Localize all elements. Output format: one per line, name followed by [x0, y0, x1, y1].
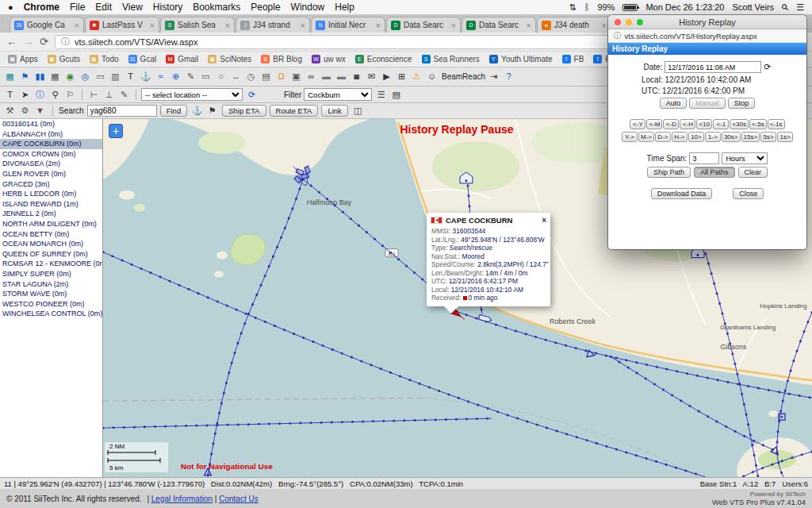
logout-icon[interactable]: ⇥ — [487, 70, 500, 83]
bookmark-item[interactable]: ▦Apps — [8, 55, 38, 64]
settings-icon[interactable]: ⚙ — [18, 104, 32, 117]
replay-fwd-d[interactable]: D-> — [655, 132, 671, 142]
pin-icon[interactable]: ⚲ — [48, 88, 62, 102]
location-select[interactable]: -- select location -- — [141, 88, 243, 101]
track-flag-icon[interactable]: ⚑ — [18, 70, 32, 83]
vessel-list-item[interactable]: RCMSAR 12 - KENMOORE (0m) — [0, 259, 102, 269]
vessel-list-item[interactable]: STORM WAVE (0m) — [0, 289, 102, 299]
browser-tab[interactable]: DData Searc× — [386, 17, 461, 33]
tab-close-icon[interactable]: × — [376, 21, 381, 30]
ship-eta-button[interactable]: Ship ETA — [222, 105, 266, 117]
replay-path-allpaths[interactable]: All Paths — [694, 167, 735, 178]
log-icon[interactable]: ▣ — [289, 70, 303, 83]
time-span-input[interactable] — [689, 152, 719, 164]
menu-file[interactable]: File — [70, 2, 85, 13]
bookmark-item[interactable]: SSea Runners — [422, 55, 480, 64]
cursor-icon[interactable]: ➤ — [18, 88, 32, 102]
replay-back-h[interactable]: <-H — [680, 119, 695, 129]
replay-back-1s[interactable]: <-1s — [768, 119, 785, 129]
world-icon[interactable]: ◎ — [79, 70, 92, 83]
bookmark-item[interactable]: ▣SciNotes — [208, 55, 251, 64]
bookmark-item[interactable]: fFB — [562, 55, 584, 64]
binoculars-icon[interactable]: ∞ — [304, 70, 318, 83]
browser-tab[interactable]: ●J34 death× — [537, 17, 611, 33]
vessel-list-item[interactable]: GRACED (3m) — [0, 179, 102, 190]
vessel-list-item[interactable]: DIVONASEA (2m) — [0, 159, 102, 169]
bookmark-item[interactable]: BBR Blog — [261, 55, 302, 64]
menu-help[interactable]: Help — [335, 2, 354, 13]
warning-icon[interactable]: ⚠ — [410, 70, 423, 83]
bookmark-item[interactable]: 31Gcal — [128, 55, 157, 64]
menubar-clock[interactable]: Mon Dec 26 1:23:20 — [645, 2, 724, 12]
text-tool-icon[interactable]: T — [3, 88, 17, 102]
replay-fwd-m[interactable]: M-> — [638, 132, 654, 142]
globe-icon[interactable]: ◉ — [63, 70, 77, 83]
text-label-icon[interactable]: T — [124, 70, 137, 83]
menu-window[interactable]: Window — [291, 2, 325, 13]
replay-back-10[interactable]: <10 — [696, 119, 712, 129]
replay-fwd-1s[interactable]: 1s> — [777, 132, 793, 142]
time-span-unit-select[interactable]: Hours — [722, 152, 768, 164]
footer-link[interactable]: Contact Us — [219, 495, 258, 503]
vessel-list-item[interactable]: SIMPLY SUPER (0m) — [0, 269, 102, 279]
menubar-user[interactable]: Scott Veirs — [732, 2, 774, 12]
user-icon[interactable]: ☺ — [425, 70, 439, 83]
bookmark-item[interactable]: MGmail — [166, 55, 198, 64]
window-zoom-button[interactable] — [637, 19, 643, 25]
tape-icon[interactable]: ▬ — [320, 70, 333, 83]
bluetooth-icon[interactable]: ᛒ — [584, 2, 590, 12]
browser-tab[interactable]: DData Searc× — [462, 17, 536, 33]
menu-chrome[interactable]: Chrome — [24, 2, 59, 13]
menu-history[interactable]: History — [153, 2, 182, 13]
message-icon[interactable]: ✉ — [365, 70, 378, 83]
replay-fwd-h[interactable]: H-> — [672, 132, 688, 142]
window-title-bar[interactable]: History Replay — [608, 15, 806, 29]
refresh-icon[interactable]: ⟳ — [245, 88, 259, 102]
menu-people[interactable]: People — [251, 2, 280, 13]
replay-fwd-y[interactable]: Y-> — [622, 132, 638, 142]
pause-icon[interactable]: ▮▮ — [33, 70, 47, 83]
tab-close-icon[interactable]: × — [301, 21, 305, 30]
browser-tab[interactable]: 26Google Ca× — [10, 17, 84, 33]
bookmark-item[interactable]: EEconscience — [355, 55, 412, 64]
grid-icon[interactable]: ▦ — [48, 70, 62, 83]
chart-icon[interactable]: ▥ — [109, 70, 122, 83]
zoom-in-button[interactable]: + — [109, 124, 123, 138]
replay-fwd-30s[interactable]: 30s> — [722, 132, 741, 142]
tab-close-icon[interactable]: × — [527, 21, 531, 30]
vessel-list-item[interactable]: 003160141 (0m) — [0, 119, 102, 129]
replay-mode-stop[interactable]: Stop — [728, 98, 756, 109]
menu-view[interactable]: View — [122, 2, 143, 13]
vessel-list-item[interactable]: CAPE COCKBURN (0m) — [0, 139, 102, 149]
video-icon[interactable]: ▶ — [380, 70, 393, 83]
bookmark-item[interactable]: YYouth Ultimate — [489, 55, 553, 64]
vessel-list-item[interactable]: COMOX CROWN (0m) — [0, 149, 102, 160]
menu-bookmarks[interactable]: Bookmarks — [193, 2, 240, 13]
circle-tool-icon[interactable]: ○ — [214, 70, 228, 83]
tools-icon[interactable]: ⚒ — [3, 104, 17, 117]
anchor-icon[interactable]: ⚓ — [139, 70, 152, 83]
replay-fwd-10[interactable]: 10> — [688, 132, 704, 142]
align-icon[interactable]: ⊥ — [102, 88, 116, 102]
vessel-list-item[interactable]: HERB L LEDCOR (0m) — [0, 189, 102, 199]
spotlight-icon[interactable]: ⚲ — [779, 2, 791, 13]
route-eta-button[interactable]: Route ETA — [270, 105, 319, 117]
snapshot-icon[interactable]: ⊞ — [395, 70, 408, 83]
filter-select[interactable]: Cockburn — [304, 88, 372, 101]
replay-back-1[interactable]: <-1 — [713, 119, 729, 129]
window-minimize-button[interactable] — [626, 19, 632, 25]
tab-close-icon[interactable]: × — [602, 21, 607, 30]
vessel-list-item[interactable]: QUEEN OF SURREY (0m) — [0, 249, 102, 260]
browser-tab[interactable]: NInitial Necr× — [311, 17, 385, 33]
vessel-list-item[interactable]: OCEAN BETTY (0m) — [0, 229, 102, 240]
replay-path-clear[interactable]: Clear — [738, 167, 768, 178]
measure-icon[interactable]: ⊢ — [87, 88, 101, 102]
forward-icon[interactable]: → — [23, 36, 33, 48]
link-button[interactable]: Link — [321, 105, 347, 117]
ship-icon[interactable]: ⚑ — [205, 104, 219, 117]
waypoint-icon[interactable]: ⊕ — [169, 70, 182, 83]
list-icon[interactable]: ▤ — [389, 88, 403, 102]
replay-fwd-1[interactable]: 1-> — [705, 132, 721, 142]
browser-tab[interactable]: JJ34 strand× — [236, 17, 310, 33]
vessel-list-item[interactable]: GLEN ROVER (0m) — [0, 169, 102, 179]
